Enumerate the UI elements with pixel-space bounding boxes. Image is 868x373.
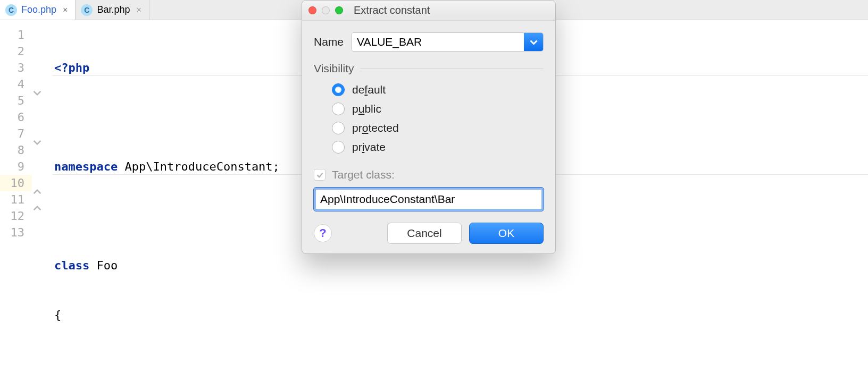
name-input[interactable] xyxy=(352,33,524,51)
line-number-gutter: 1 2 3 4 5 6 7 8 9 10 11 12 13 xyxy=(0,20,32,373)
name-combobox[interactable] xyxy=(351,32,544,52)
line-number: 9 xyxy=(0,158,32,175)
target-class-label: Target class: xyxy=(332,168,395,181)
close-window-icon[interactable] xyxy=(308,6,316,14)
close-icon[interactable]: × xyxy=(63,5,68,15)
fold-end-icon[interactable] xyxy=(33,188,41,196)
tab-foo-php[interactable]: C Foo.php × xyxy=(0,0,76,20)
fold-gutter xyxy=(32,20,52,373)
minimize-window-icon[interactable] xyxy=(322,6,330,14)
visibility-radio-public[interactable]: public xyxy=(332,103,544,115)
help-button[interactable]: ? xyxy=(314,224,332,242)
extract-constant-dialog: Extract constant Name Visibility default… xyxy=(302,0,556,254)
window-controls xyxy=(308,6,343,14)
code-token: <?php xyxy=(54,61,89,74)
line-number: 6 xyxy=(0,109,32,125)
fold-end-icon[interactable] xyxy=(33,204,41,213)
dialog-titlebar[interactable]: Extract constant xyxy=(302,1,555,21)
divider xyxy=(360,69,544,69)
code-token: App\IntroduceConstant; xyxy=(118,160,280,173)
line-number: 4 xyxy=(0,76,32,92)
name-label: Name xyxy=(314,36,344,48)
radio-icon xyxy=(332,83,345,96)
target-class-checkbox[interactable] xyxy=(314,169,326,181)
line-number: 13 xyxy=(0,224,32,241)
code-token: { xyxy=(52,307,868,323)
code-token: Foo xyxy=(89,259,118,272)
ok-button[interactable]: OK xyxy=(469,223,544,244)
fold-start-icon[interactable] xyxy=(33,138,41,147)
dropdown-button[interactable] xyxy=(524,33,543,51)
radio-icon xyxy=(332,103,345,115)
visibility-radio-private[interactable]: private xyxy=(332,141,544,154)
code-token: class xyxy=(54,259,89,272)
line-number: 8 xyxy=(0,142,32,158)
visibility-radios: default public protected private xyxy=(332,83,544,154)
php-class-icon: C xyxy=(81,4,93,16)
line-number: 2 xyxy=(0,43,32,60)
visibility-radio-default[interactable]: default xyxy=(332,83,544,96)
tab-label: Bar.php xyxy=(97,4,130,15)
php-class-icon: C xyxy=(5,4,17,16)
visibility-radio-protected[interactable]: protected xyxy=(332,122,544,134)
line-number: 12 xyxy=(0,208,32,224)
cancel-button[interactable]: Cancel xyxy=(387,223,462,244)
fold-start-icon[interactable] xyxy=(33,89,41,97)
line-number: 7 xyxy=(0,125,32,142)
radio-icon xyxy=(332,141,345,154)
line-number: 3 xyxy=(0,60,32,76)
line-number: 5 xyxy=(0,92,32,109)
tab-bar-php[interactable]: C Bar.php × xyxy=(76,0,149,20)
close-icon[interactable]: × xyxy=(136,5,141,15)
code-token: namespace xyxy=(54,160,118,173)
line-number: 1 xyxy=(0,27,32,43)
radio-icon xyxy=(332,122,345,134)
target-class-input[interactable] xyxy=(314,188,544,211)
visibility-label: Visibility xyxy=(314,62,354,75)
zoom-window-icon[interactable] xyxy=(335,6,343,14)
line-number: 10 xyxy=(0,175,32,191)
tab-label: Foo.php xyxy=(21,4,56,15)
dialog-title: Extract constant xyxy=(354,4,430,16)
line-number: 11 xyxy=(0,191,32,208)
